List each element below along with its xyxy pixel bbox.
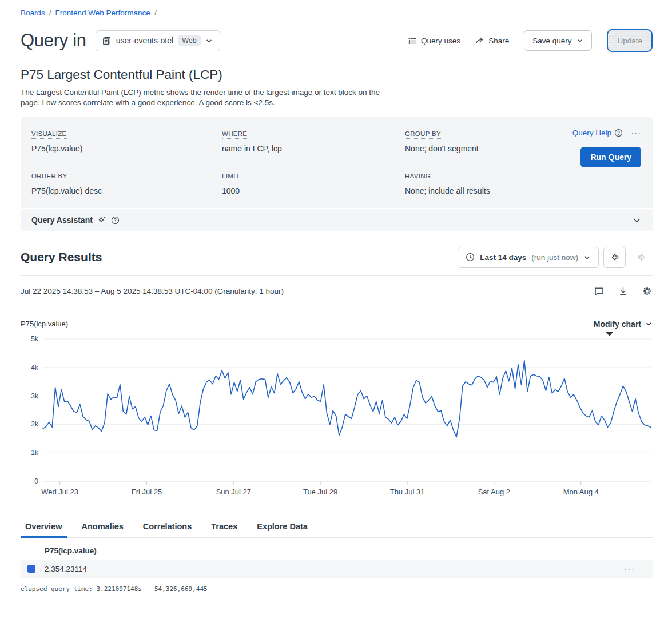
clause-where-value[interactable]: name in LCP, lcp: [222, 144, 405, 153]
dataset-name: user-events-otel: [116, 36, 173, 45]
builder-side: Query Help ··· Run Query: [568, 128, 641, 195]
chart[interactable]: 01k2k3k4k5kWed Jul 23Fri Jul 25Sun Jul 2…: [21, 331, 653, 502]
update-button[interactable]: Update: [607, 29, 653, 52]
clause-group-by: GROUP BY None; don't segment: [405, 128, 568, 153]
assistant-expand-chevron[interactable]: [633, 216, 641, 225]
clause-visualize-label: VISUALIZE: [31, 130, 67, 139]
query-assistant-label: Query Assistant: [31, 215, 93, 225]
svg-text:2k: 2k: [31, 420, 39, 428]
query-builder-panel: VISUALIZE P75(lcp.value) WHERE name in L…: [21, 117, 653, 231]
tab-explore-data[interactable]: Explore Data: [256, 517, 309, 537]
share-icon: [475, 36, 484, 45]
header-row: Query in user-events-otel Web: [21, 29, 653, 53]
download-icon[interactable]: [618, 286, 629, 297]
chevron-down-icon: [576, 37, 583, 44]
clause-group-by-value[interactable]: None; don't segment: [405, 144, 568, 153]
elapsed-time: elapsed query time: 3.221097148s: [21, 585, 142, 593]
svg-text:Fri Jul 25: Fri Jul 25: [132, 488, 162, 496]
events-scanned: 54,326,669,445: [154, 585, 208, 593]
modify-chart-label: Modify chart: [594, 320, 641, 329]
chevron-down-icon: [645, 320, 653, 328]
arrow-back-icon: [610, 252, 620, 262]
svg-text:Tue Jul 29: Tue Jul 29: [303, 488, 337, 496]
clause-visualize-value[interactable]: P75(lcp.value): [31, 144, 222, 153]
clause-order-by-value[interactable]: P75(lcp.value) desc: [31, 186, 222, 195]
chevron-down-icon: [205, 37, 213, 45]
marker-triangle-icon[interactable]: [606, 332, 614, 336]
svg-text:Mon Aug 4: Mon Aug 4: [563, 488, 599, 496]
gear-icon[interactable]: [642, 286, 653, 297]
modify-chart-button[interactable]: Modify chart: [594, 320, 653, 329]
range-detail-row: Jul 22 2025 14:38:53 – Aug 5 2025 14:38:…: [21, 286, 653, 297]
svg-text:3k: 3k: [31, 392, 39, 400]
tab-anomalies[interactable]: Anomalies: [81, 517, 125, 537]
list-icon: [408, 37, 417, 45]
breadcrumb-separator: /: [49, 9, 51, 17]
page-title: Query in: [21, 30, 86, 51]
svg-text:1k: 1k: [31, 449, 39, 457]
divider: [21, 275, 653, 276]
query-assistant-bar: Query Assistant: [21, 208, 653, 231]
query-title: P75 Largest Contentful Paint (LCP): [21, 67, 653, 82]
comment-icon[interactable]: [594, 286, 605, 297]
clause-group-by-label: GROUP BY: [405, 130, 441, 139]
query-uses-label: Query uses: [421, 37, 460, 45]
header-actions: Query uses Share Save query Update: [408, 29, 653, 52]
clause-having-label: HAVING: [405, 173, 431, 181]
run-query-button[interactable]: Run Query: [580, 147, 641, 167]
ellipsis-icon[interactable]: ···: [631, 128, 641, 138]
page: Boards/Frontend Web Performance/ Query i…: [0, 0, 672, 593]
tab-correlations[interactable]: Correlations: [142, 517, 193, 537]
clause-visualize: VISUALIZE P75(lcp.value): [31, 128, 222, 153]
query-stats: elapsed query time: 3.221097148s54,326,6…: [21, 585, 653, 593]
time-range-value: Last 14 days: [480, 253, 526, 262]
chevron-down-icon: [583, 254, 591, 261]
svg-text:Sun Jul 27: Sun Jul 27: [216, 488, 251, 496]
clause-having-value[interactable]: None; include all results: [405, 186, 568, 195]
table-column-header: P75(lcp.value): [21, 538, 653, 560]
help-circle-icon[interactable]: [111, 216, 120, 225]
breadcrumb-link-boards[interactable]: Boards: [21, 9, 45, 17]
results-heading: Query Results: [21, 250, 102, 264]
tab-traces[interactable]: Traces: [210, 517, 238, 537]
query-help-label: Query Help: [572, 129, 611, 137]
clause-limit: LIMIT 1000: [222, 170, 405, 195]
query-uses-button[interactable]: Query uses: [408, 37, 460, 45]
share-button[interactable]: Share: [475, 36, 509, 45]
save-query-button[interactable]: Save query: [524, 30, 592, 51]
dataset-picker[interactable]: user-events-otel Web: [96, 30, 220, 51]
chart-series-label: P75(lcp.value): [21, 320, 68, 328]
clause-order-by-label: ORDER BY: [31, 173, 67, 181]
query-help-link[interactable]: Query Help: [572, 129, 623, 137]
svg-text:Sat Aug 2: Sat Aug 2: [478, 488, 510, 496]
svg-text:Wed Jul 23: Wed Jul 23: [41, 488, 78, 496]
svg-text:0: 0: [34, 477, 38, 485]
clock-icon: [466, 253, 475, 262]
svg-text:5k: 5k: [31, 335, 39, 343]
breadcrumb: Boards/Frontend Web Performance/: [21, 9, 653, 17]
query-description: The Largest Contentful Paint (LCP) metri…: [21, 87, 401, 109]
table-row[interactable]: 2,354.23114 ···: [21, 560, 653, 578]
chevron-down-icon: [633, 216, 641, 225]
history-back-button[interactable]: [603, 247, 626, 268]
breadcrumb-link-board[interactable]: Frontend Web Performance: [55, 9, 150, 17]
row-ellipsis-icon[interactable]: ···: [624, 564, 635, 573]
results-tabs: Overview Anomalies Correlations Traces E…: [21, 517, 653, 538]
clause-having: HAVING None; include all results: [405, 170, 568, 195]
clause-where-label: WHERE: [222, 130, 247, 139]
clause-limit-value[interactable]: 1000: [222, 186, 405, 195]
dataset-icon: [102, 36, 112, 46]
help-circle-icon: [614, 129, 623, 137]
time-range-picker[interactable]: Last 14 days (run just now): [458, 247, 599, 268]
clause-order-by: ORDER BY P75(lcp.value) desc: [31, 170, 222, 195]
tab-overview[interactable]: Overview: [24, 517, 63, 537]
sparkle-icon: [97, 215, 107, 225]
line-chart-canvas[interactable]: 01k2k3k4k5kWed Jul 23Fri Jul 25Sun Jul 2…: [21, 331, 653, 500]
history-forward-button[interactable]: [630, 247, 653, 268]
results-header: Query Results Last 14 days (run just now…: [21, 247, 653, 268]
breadcrumb-separator: /: [154, 9, 157, 17]
arrow-forward-icon: [637, 252, 647, 262]
time-range-note: (run just now): [531, 253, 578, 262]
chart-header: P75(lcp.value) Modify chart: [21, 320, 653, 329]
clause-where: WHERE name in LCP, lcp: [222, 128, 405, 153]
